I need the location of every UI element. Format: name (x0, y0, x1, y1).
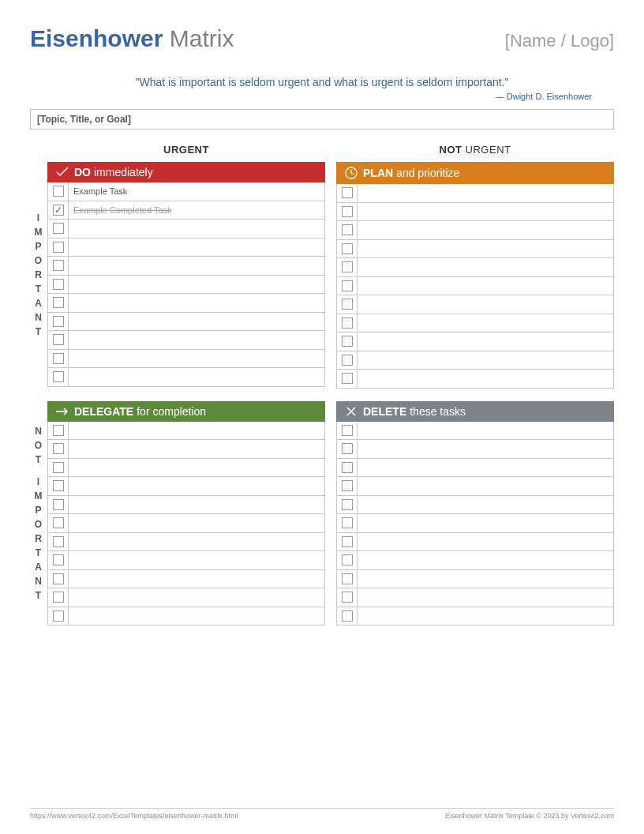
task-checkbox[interactable] (342, 336, 353, 347)
task-checkbox[interactable] (53, 554, 64, 565)
x-icon (343, 405, 360, 418)
task-row[interactable] (48, 257, 324, 276)
quad-delegate-strong: DELEGATE (74, 405, 133, 418)
task-row[interactable] (48, 514, 324, 533)
task-checkbox[interactable] (53, 517, 64, 528)
task-checkbox[interactable] (53, 205, 64, 216)
task-row[interactable] (337, 184, 613, 203)
topic-field[interactable]: [Topic, Title, or Goal] (30, 109, 614, 130)
task-row[interactable] (337, 351, 613, 370)
task-row[interactable] (48, 220, 324, 239)
task-checkbox[interactable] (342, 443, 353, 454)
task-row[interactable] (48, 607, 324, 626)
row-label-not-important: NOT IMPORTANT (30, 401, 47, 626)
task-checkbox[interactable] (342, 261, 353, 272)
task-row[interactable] (48, 551, 324, 570)
task-checkbox[interactable] (342, 462, 353, 473)
task-row[interactable] (337, 551, 613, 570)
task-checkbox[interactable] (342, 610, 353, 622)
title-strong: Eisenhower (30, 25, 163, 51)
task-checkbox[interactable] (53, 316, 64, 327)
matrix-row-important: IMPORTANT DO immediately Example TaskExa… (30, 162, 614, 389)
task-checkbox[interactable] (53, 480, 64, 491)
task-row[interactable] (337, 332, 613, 351)
task-checkbox[interactable] (53, 371, 64, 382)
footer-url: https://www.vertex42.com/ExcelTemplates/… (30, 812, 238, 820)
task-row[interactable] (337, 240, 613, 259)
task-row[interactable] (48, 533, 324, 552)
task-row[interactable] (337, 533, 613, 552)
task-checkbox[interactable] (53, 499, 64, 510)
task-checkbox[interactable] (342, 299, 353, 310)
task-row[interactable] (337, 570, 613, 589)
task-checkbox[interactable] (342, 355, 353, 366)
task-checkbox[interactable] (53, 462, 64, 473)
task-checkbox[interactable] (53, 242, 64, 253)
task-checkbox[interactable] (342, 536, 353, 547)
task-row[interactable] (48, 570, 324, 589)
task-checkbox[interactable] (53, 353, 64, 364)
task-row[interactable] (337, 422, 613, 441)
task-checkbox[interactable] (53, 297, 64, 308)
col-header-not-urgent: NOT URGENT (336, 144, 614, 162)
task-row[interactable] (337, 496, 613, 515)
task-checkbox[interactable] (53, 334, 64, 345)
task-row[interactable] (337, 459, 613, 478)
task-row[interactable] (48, 422, 324, 441)
task-row[interactable] (48, 313, 324, 332)
task-row[interactable] (337, 514, 613, 533)
task-checkbox[interactable] (342, 573, 353, 584)
task-checkbox[interactable] (342, 499, 353, 510)
task-checkbox[interactable] (53, 443, 64, 454)
task-row[interactable] (337, 477, 613, 496)
task-row[interactable] (337, 295, 613, 314)
task-row[interactable] (337, 221, 613, 240)
task-checkbox[interactable] (342, 224, 353, 235)
task-checkbox[interactable] (342, 554, 353, 565)
task-checkbox[interactable] (53, 186, 64, 197)
task-checkbox[interactable] (53, 610, 64, 622)
task-checkbox[interactable] (342, 243, 353, 254)
task-row[interactable] (48, 496, 324, 515)
task-row[interactable] (48, 239, 324, 257)
task-checkbox[interactable] (342, 317, 353, 329)
task-row[interactable] (48, 440, 324, 459)
task-row[interactable] (48, 477, 324, 496)
task-checkbox[interactable] (342, 425, 353, 436)
task-row[interactable]: Example Task (48, 182, 324, 201)
task-checkbox[interactable] (342, 187, 353, 198)
task-row[interactable] (48, 588, 324, 607)
clock-icon (343, 166, 360, 180)
task-checkbox[interactable] (53, 260, 64, 271)
task-checkbox[interactable] (53, 592, 64, 603)
task-row[interactable] (48, 331, 324, 350)
task-checkbox[interactable] (53, 425, 64, 436)
task-row[interactable] (48, 459, 324, 478)
task-row[interactable] (337, 607, 613, 626)
task-row[interactable]: Example Completed Task (48, 201, 324, 220)
task-checkbox[interactable] (342, 517, 353, 528)
task-checkbox[interactable] (53, 279, 64, 290)
task-row[interactable] (337, 370, 613, 389)
task-checkbox[interactable] (342, 373, 353, 384)
task-checkbox[interactable] (342, 480, 353, 491)
task-checkbox[interactable] (342, 280, 353, 291)
task-row[interactable] (48, 276, 324, 295)
task-row[interactable] (337, 258, 613, 277)
task-row[interactable] (337, 588, 613, 607)
task-checkbox[interactable] (342, 206, 353, 217)
task-row[interactable] (337, 277, 613, 296)
quad-do-strong: DO (74, 166, 91, 178)
task-row[interactable] (48, 350, 324, 369)
task-row[interactable] (48, 294, 324, 313)
task-checkbox[interactable] (342, 592, 353, 603)
task-text[interactable]: Example Task (69, 186, 127, 196)
task-text[interactable]: Example Completed Task (69, 205, 172, 215)
task-checkbox[interactable] (53, 573, 64, 584)
task-row[interactable] (48, 368, 324, 387)
task-checkbox[interactable] (53, 536, 64, 547)
task-row[interactable] (337, 314, 613, 333)
task-checkbox[interactable] (53, 223, 64, 234)
task-row[interactable] (337, 440, 613, 459)
task-row[interactable] (337, 203, 613, 222)
